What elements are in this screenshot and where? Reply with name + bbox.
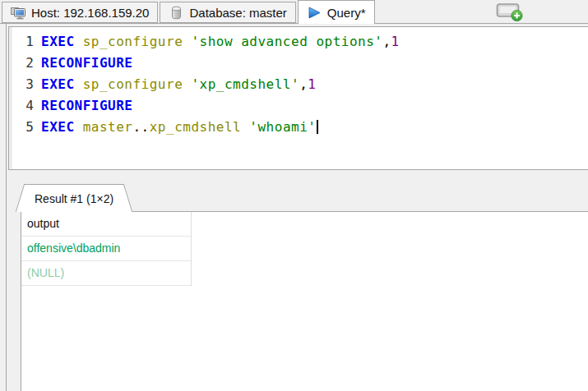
line-number: 3 (9, 74, 34, 95)
database-icon (169, 5, 184, 21)
code-text: EXEC sp_configure 'xp_cmdshell',1 (34, 74, 316, 95)
code-line[interactable]: 5EXEC master..xp_cmdshell 'whoami' (9, 117, 588, 138)
tab-query[interactable]: Query* (298, 0, 375, 24)
tab-database-label: Database: master (189, 6, 286, 20)
text-caret (317, 120, 318, 134)
left-panel-edge (6, 24, 7, 391)
code-text: EXEC master..xp_cmdshell 'whoami' (34, 117, 318, 138)
code-text: RECONFIGURE (34, 53, 132, 74)
sql-editor[interactable]: 1EXEC sp_configure 'show advanced option… (8, 26, 588, 170)
code-line[interactable]: 1EXEC sp_configure 'show advanced option… (9, 31, 588, 53)
line-number: 4 (9, 95, 34, 117)
line-number: 1 (9, 31, 34, 53)
grid-cell[interactable]: (NULL) (21, 261, 191, 286)
code-line[interactable]: 2RECONFIGURE (9, 53, 588, 74)
tab-query-label: Query* (327, 6, 366, 20)
grid-column: output offensive\dbadmin(NULL) (21, 212, 192, 286)
line-number: 2 (9, 53, 34, 74)
query-play-icon (307, 5, 322, 21)
tab-host-label: Host: 192.168.159.20 (31, 6, 149, 20)
column-header-output[interactable]: output (21, 212, 191, 237)
code-line[interactable]: 4RECONFIGURE (9, 95, 588, 117)
heidisql-window: Host: 192.168.159.20 Database: master (0, 0, 588, 391)
tab-host[interactable]: Host: 192.168.159.20 (2, 2, 158, 23)
new-query-tab-button[interactable] (496, 2, 527, 23)
code-line[interactable]: 3EXEC sp_configure 'xp_cmdshell',1 (9, 74, 588, 95)
new-query-tab-icon (496, 2, 527, 23)
result-grid[interactable]: output offensive\dbadmin(NULL) (21, 211, 588, 391)
host-icon (11, 5, 26, 21)
code-text: RECONFIGURE (34, 95, 132, 117)
grid-cell[interactable]: offensive\dbadmin (21, 237, 191, 261)
tabstrip-divider (0, 23, 588, 24)
result-tab[interactable]: Result #1 (1×2) (28, 184, 120, 212)
code-text: EXEC sp_configure 'show advanced options… (34, 31, 400, 53)
line-number: 5 (9, 117, 34, 138)
code-lines: 1EXEC sp_configure 'show advanced option… (9, 31, 588, 138)
tab-database[interactable]: Database: master (160, 2, 295, 23)
result-tab-label: Result #1 (1×2) (35, 192, 113, 205)
